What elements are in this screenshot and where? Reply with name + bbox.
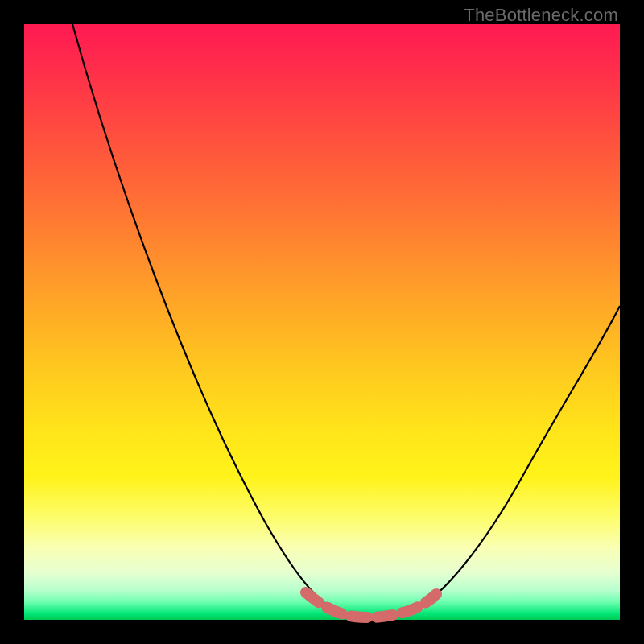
optimal-range-marker bbox=[306, 592, 436, 617]
bottleneck-curve-svg bbox=[24, 24, 620, 620]
plot-area bbox=[24, 24, 620, 620]
bottleneck-curve bbox=[72, 24, 620, 617]
chart-frame: TheBottleneck.com bbox=[0, 0, 644, 644]
attribution-text: TheBottleneck.com bbox=[464, 5, 618, 26]
